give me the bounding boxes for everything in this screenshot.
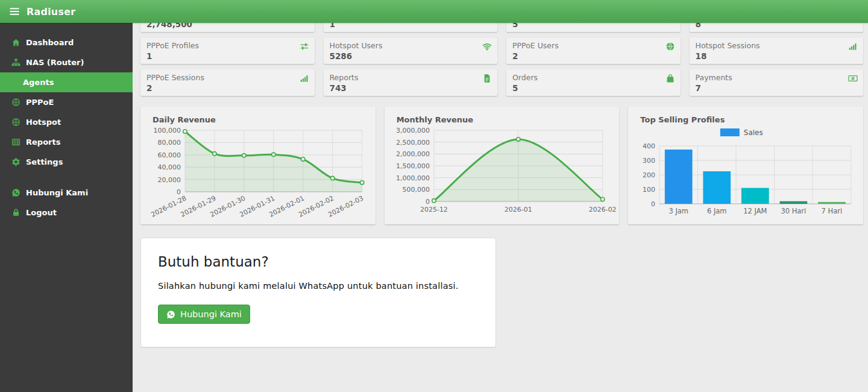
menu-icon[interactable]: [8, 5, 20, 17]
chart-title: Top Selling Profiles: [640, 115, 856, 124]
wifi-icon: [482, 42, 492, 51]
svg-text:80,000: 80,000: [158, 139, 181, 147]
svg-text:12 JAM: 12 JAM: [744, 207, 767, 215]
table-icon: [11, 138, 20, 147]
stat-label: Payments: [696, 73, 858, 83]
svg-text:2025-12: 2025-12: [420, 206, 448, 213]
svg-text:1,000,000: 1,000,000: [396, 174, 430, 182]
sitemap-icon: [11, 58, 20, 67]
stat-label: Hotspot Sessions: [696, 41, 858, 51]
sidebar-item-pppoe[interactable]: PPPoE: [0, 92, 133, 112]
svg-text:100: 100: [643, 186, 655, 194]
stat-card-payments: Payments 7: [690, 69, 864, 96]
svg-text:0: 0: [651, 200, 655, 208]
stat-card-hotspot-users: Hotspot Users 5286: [324, 37, 498, 64]
sidebar-spacer: [0, 172, 133, 183]
stat-value: 1: [146, 51, 309, 61]
hubungi-kami-button-label: Hubungi Kami: [180, 309, 242, 319]
gear-icon: [11, 157, 20, 166]
sidebar-item-label: Reports: [26, 138, 60, 147]
globe-icon: [11, 118, 20, 127]
stat-value: 2: [512, 51, 675, 61]
topbar: Radiuser: [0, 0, 868, 23]
stat-label: Reports: [330, 73, 492, 83]
app-title: Radiuser: [27, 6, 75, 17]
sidebar-item-logout[interactable]: Logout: [0, 203, 133, 223]
svg-text:500,000: 500,000: [402, 186, 429, 194]
stat-label: PPPoE Profiles: [146, 41, 309, 51]
globe-icon: [665, 42, 675, 51]
stat-label: Hotspot Users: [330, 41, 492, 51]
stat-card-orders: Orders 5: [506, 69, 681, 96]
svg-text:1,500,000: 1,500,000: [396, 162, 430, 170]
stat-value: 5286: [330, 51, 492, 61]
sidebar-item-settings[interactable]: Settings: [0, 152, 133, 172]
stat-label: Orders: [512, 73, 675, 83]
svg-text:2026-01: 2026-01: [505, 206, 532, 213]
sidebar: Dashboard NAS (Router) Agents PPPoE Hots…: [0, 23, 133, 392]
svg-text:60,000: 60,000: [158, 151, 181, 159]
stat-card-pppoe-profiles: PPPoE Profiles 1: [140, 37, 315, 64]
svg-text:30 Hari: 30 Hari: [781, 207, 807, 215]
stat-value: 18: [696, 51, 858, 61]
stat-card-pppoe-sessions: PPPoE Sessions 2: [140, 69, 315, 96]
sidebar-item-nas-router[interactable]: NAS (Router): [0, 52, 133, 72]
svg-text:100,000: 100,000: [154, 127, 181, 134]
sidebar-item-hubungi-kami[interactable]: Hubungi Kami: [0, 183, 133, 203]
stat-value: 5: [512, 83, 675, 93]
monthly-revenue-chart: 0500,0001,000,0001,500,0002,000,0002,500…: [392, 125, 612, 216]
stat-value: 2: [146, 83, 309, 93]
stat-card-hotspot-sessions: Hotspot Sessions 18: [690, 37, 864, 64]
svg-text:40,000: 40,000: [158, 163, 181, 171]
file-icon: [482, 74, 492, 83]
sidebar-item-label: PPPoE: [26, 98, 54, 107]
svg-text:Sales: Sales: [744, 128, 763, 137]
chart-title: Daily Revenue: [153, 115, 368, 124]
help-message: Silahkan hubungi kami melalui WhatsApp u…: [158, 281, 479, 291]
svg-text:200: 200: [643, 171, 655, 179]
daily-revenue-chart: 020,00040,00060,00080,000100,0002026-01-…: [148, 125, 368, 216]
svg-text:7 Hari: 7 Hari: [822, 207, 843, 215]
home-icon: [11, 38, 20, 47]
sidebar-item-label: Dashboard: [26, 38, 74, 47]
whatsapp-icon: [11, 188, 20, 197]
whatsapp-icon: [166, 310, 175, 319]
hubungi-kami-button[interactable]: Hubungi Kami: [158, 305, 250, 324]
sliders-icon: [300, 42, 309, 51]
svg-text:0: 0: [426, 198, 430, 206]
stat-value: 743: [330, 83, 492, 93]
sidebar-item-label: Settings: [26, 157, 63, 166]
sidebar-item-reports[interactable]: Reports: [0, 132, 133, 152]
sidebar-item-dashboard[interactable]: Dashboard: [0, 33, 133, 52]
sidebar-item-label: Logout: [26, 208, 57, 217]
signal-icon: [300, 74, 309, 83]
sidebar-item-agents[interactable]: Agents: [0, 72, 133, 92]
svg-text:3 Jam: 3 Jam: [669, 207, 689, 215]
svg-text:2,000,000: 2,000,000: [396, 150, 430, 158]
sidebar-item-label: NAS (Router): [26, 58, 84, 67]
monthly-revenue-chart-card: Monthly Revenue 0500,0001,000,0001,500,0…: [385, 107, 620, 224]
svg-text:0: 0: [177, 188, 181, 196]
chart-title: Monthly Revenue: [397, 115, 612, 124]
stat-card-reports: Reports 743: [324, 69, 498, 96]
globe-icon: [11, 98, 20, 107]
top-selling-profiles-chart: Sales01002003004003 Jam6 Jam12 JAM30 Har…: [635, 125, 856, 216]
help-card: Butuh bantuan? Silahkan hubungi kami mel…: [140, 238, 496, 347]
shopping-bag-icon: [665, 74, 675, 83]
sidebar-item-label: Hotspot: [26, 118, 61, 127]
svg-text:300: 300: [643, 157, 655, 165]
main-content: Revenue 2,748,500 NAS (Router) 1 Agents …: [133, 0, 868, 359]
stat-label: PPPoE Users: [512, 41, 675, 51]
svg-text:3,000,000: 3,000,000: [396, 127, 430, 134]
svg-text:400: 400: [643, 142, 655, 150]
top-selling-profiles-chart-card: Top Selling Profiles Sales01002003004003…: [628, 107, 863, 224]
stat-card-pppoe-users: PPPoE Users 2: [506, 37, 681, 64]
sidebar-item-label: Hubungi Kami: [26, 188, 88, 197]
lock-icon: [11, 208, 20, 217]
sidebar-item-hotspot[interactable]: Hotspot: [0, 112, 133, 132]
money-bill-icon: [848, 74, 858, 83]
svg-text:2,500,000: 2,500,000: [396, 139, 430, 147]
svg-text:2026-02: 2026-02: [588, 206, 616, 213]
help-title: Butuh bantuan?: [158, 254, 479, 270]
signal-icon: [848, 42, 858, 51]
